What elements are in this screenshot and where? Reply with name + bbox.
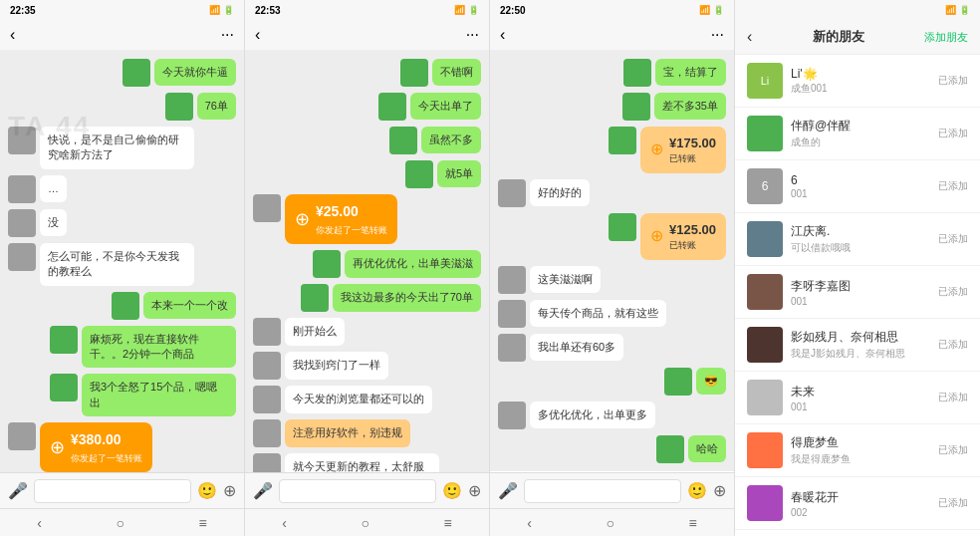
friend-added: 已添加 bbox=[938, 179, 968, 193]
friend-item[interactable]: 春暖花开 002 已添加 bbox=[735, 477, 980, 530]
status-bar-2: 22:53 📶 🔋 bbox=[245, 0, 489, 20]
back-icon-2[interactable]: ‹ bbox=[255, 26, 260, 44]
nav-bar-3: ‹ ○ ≡ bbox=[490, 508, 734, 536]
emoji-icon-3[interactable]: 🙂 bbox=[687, 481, 707, 500]
friend-avatar bbox=[747, 380, 783, 415]
chat-panel-3: 22:50 📶 🔋 ‹ ··· 宝，结算了 差不多35单 ⊕ bbox=[490, 0, 735, 536]
emoji-icon-2[interactable]: 🙂 bbox=[442, 481, 462, 500]
friend-sub: 成鱼001 bbox=[791, 82, 930, 96]
friend-added: 已添加 bbox=[938, 443, 968, 457]
friend-name: 伴醇@伴醒 bbox=[791, 118, 930, 134]
menu-nav-3[interactable]: ≡ bbox=[689, 515, 697, 531]
avatar bbox=[8, 175, 36, 203]
pay-bubble: ⊕ ¥380.00 你发起了一笔转账 bbox=[40, 422, 152, 472]
friend-info: 未来 001 bbox=[791, 384, 930, 412]
bubble: 麻烦死，现在直接软件干。。2分钟一个商品 bbox=[82, 326, 236, 369]
msg-row: 我3个全怒了15个品，嗯嗯出 bbox=[8, 374, 236, 416]
msg-row: 我出单还有60多 bbox=[498, 334, 726, 362]
more-icon-1[interactable]: ··· bbox=[221, 26, 234, 44]
chat-body-2: 不错啊 今天出单了 虽然不多 就5单 ⊕ bbox=[245, 51, 489, 472]
add-icon[interactable]: ⊕ bbox=[223, 481, 236, 500]
time-1: 22:35 bbox=[10, 5, 36, 16]
friend-name: 春暖花开 bbox=[791, 489, 930, 506]
avatar bbox=[609, 127, 636, 154]
friend-item[interactable]: 6 6 001 已添加 bbox=[735, 160, 980, 213]
friend-info: 春暖花开 002 bbox=[791, 489, 930, 518]
friend-sub: 002 bbox=[791, 507, 930, 518]
msg-row: 注意用好软件，别违规 bbox=[253, 419, 481, 447]
friend-info: 影如残月、奈何相思 我是J影如残月、奈何相思 bbox=[791, 329, 930, 361]
friend-item[interactable]: 明天会更好 你好，抖音代发送可以做么 已添加 bbox=[735, 530, 980, 536]
bubble: … bbox=[40, 175, 67, 202]
pay-bubble: ⊕ ¥175.00 已转账 bbox=[640, 127, 726, 173]
voice-icon-2[interactable]: 🎤 bbox=[253, 481, 273, 500]
home-nav-1[interactable]: ○ bbox=[117, 515, 124, 531]
menu-nav-1[interactable]: ≡ bbox=[199, 515, 207, 531]
friend-added: 已添加 bbox=[938, 232, 968, 246]
friend-item[interactable]: 伴醇@伴醒 成鱼的 已添加 bbox=[735, 108, 980, 160]
bubble: 每天传个商品，就有这些 bbox=[530, 300, 666, 327]
chat-input-3[interactable] bbox=[524, 479, 681, 503]
msg-row: 好的好的 bbox=[498, 179, 726, 207]
back-icon-1[interactable]: ‹ bbox=[10, 26, 15, 44]
chat-input-1[interactable] bbox=[34, 479, 191, 503]
friend-item[interactable]: 李呀李嘉图 001 已添加 bbox=[735, 266, 980, 319]
avatar bbox=[253, 318, 281, 346]
add-icon-2[interactable]: ⊕ bbox=[468, 481, 481, 500]
back-nav-2[interactable]: ‹ bbox=[282, 515, 287, 531]
msg-row: 我找到窍门了一样 bbox=[253, 352, 481, 380]
emoji-icon[interactable]: 🙂 bbox=[197, 481, 217, 500]
avatar bbox=[253, 386, 281, 413]
pay-amount: ¥125.00 bbox=[669, 221, 716, 239]
avatar bbox=[498, 266, 526, 294]
friend-name: 6 bbox=[791, 173, 930, 187]
friend-name: 江庆离. bbox=[791, 223, 930, 240]
friend-avatar bbox=[747, 327, 783, 363]
friends-title: 新的朋友 bbox=[813, 28, 864, 46]
voice-icon[interactable]: 🎤 bbox=[8, 481, 28, 500]
back-icon-3[interactable]: ‹ bbox=[500, 26, 505, 44]
back-nav-1[interactable]: ‹ bbox=[37, 515, 42, 531]
more-icon-3[interactable]: ··· bbox=[711, 26, 724, 44]
msg-row: 虽然不多 bbox=[253, 127, 481, 154]
bubble: 我这边最多的今天出了70单 bbox=[333, 284, 481, 311]
friend-info: 得鹿梦鱼 我是得鹿梦鱼 bbox=[791, 434, 930, 466]
pay-label: 已转账 bbox=[669, 152, 716, 165]
chat-footer-3: 🎤 🙂 ⊕ bbox=[490, 472, 734, 508]
avatar bbox=[498, 179, 526, 207]
avatar bbox=[664, 368, 692, 396]
avatar bbox=[8, 243, 36, 271]
friend-name: Li'🌟 bbox=[791, 67, 930, 81]
avatar bbox=[609, 213, 636, 241]
voice-icon-3[interactable]: 🎤 bbox=[498, 481, 518, 500]
chat-footer-2: 🎤 🙂 ⊕ bbox=[245, 472, 489, 508]
msg-row: 刚开始么 bbox=[253, 318, 481, 346]
home-nav-2[interactable]: ○ bbox=[362, 515, 369, 531]
friend-item[interactable]: 影如残月、奈何相思 我是J影如残月、奈何相思 已添加 bbox=[735, 319, 980, 372]
friend-item[interactable]: 得鹿梦鱼 我是得鹿梦鱼 已添加 bbox=[735, 424, 980, 477]
friend-item[interactable]: 未来 001 已添加 bbox=[735, 372, 980, 424]
home-nav-3[interactable]: ○ bbox=[607, 515, 614, 531]
bubble: 差不多35单 bbox=[654, 93, 726, 120]
friend-avatar bbox=[747, 485, 783, 521]
back-nav-3[interactable]: ‹ bbox=[527, 515, 532, 531]
more-icon-2[interactable]: ··· bbox=[466, 26, 479, 44]
avatar bbox=[656, 435, 684, 463]
friend-item[interactable]: 江庆离. 可以借款哦哦 已添加 bbox=[735, 213, 980, 266]
bubble: 就5单 bbox=[437, 160, 481, 187]
bubble: 虽然不多 bbox=[421, 127, 481, 153]
friend-item[interactable]: Li Li'🌟 成鱼001 已添加 bbox=[735, 55, 980, 108]
back-icon-friends[interactable]: ‹ bbox=[747, 28, 752, 46]
bubble: 再优化优化，出单美滋滋 bbox=[345, 250, 481, 277]
bubble: 多优化优化，出单更多 bbox=[530, 402, 655, 428]
menu-nav-2[interactable]: ≡ bbox=[444, 515, 452, 531]
avatar bbox=[8, 127, 36, 154]
friend-name: 李呀李嘉图 bbox=[791, 278, 930, 295]
bubble: 这美滋滋啊 bbox=[530, 266, 601, 293]
status-icons-2: 📶 🔋 bbox=[454, 5, 479, 15]
add-icon-3[interactable]: ⊕ bbox=[713, 481, 726, 500]
chat-input-2[interactable] bbox=[279, 479, 436, 503]
friends-add-button[interactable]: 添加朋友 bbox=[924, 30, 968, 45]
pay-amount: ¥380.00 bbox=[71, 430, 142, 450]
avatar bbox=[498, 334, 526, 362]
